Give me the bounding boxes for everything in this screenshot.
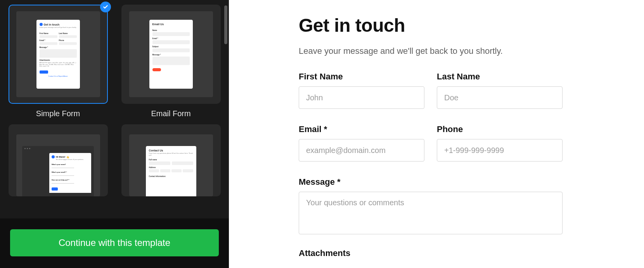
phone-label: Phone bbox=[437, 124, 563, 134]
last-name-input[interactable] bbox=[437, 86, 563, 109]
template-thumbnail: Contact Us If you have any questions ple… bbox=[121, 124, 221, 196]
template-thumbnail: Email Us Name Email * Subject Message * bbox=[121, 5, 221, 104]
continue-button[interactable]: Continue with this template bbox=[10, 229, 219, 256]
thumbnail-canvas: Get in touch Leave your message and we'l… bbox=[16, 11, 100, 97]
mini-preview-chat-form: Hi there!👋 We will be happy to answer al… bbox=[22, 146, 94, 196]
form-preview: Get in touch Leave your message and we'l… bbox=[299, 15, 563, 258]
templates-scroll-area[interactable]: Get in touch Leave your message and we'l… bbox=[0, 0, 229, 218]
mini-title: Get in touch bbox=[44, 23, 60, 26]
continue-bar: Continue with this template bbox=[0, 218, 229, 268]
thumbnail-canvas: Email Us Name Email * Subject Message * bbox=[129, 11, 213, 97]
message-label: Message * bbox=[299, 177, 563, 187]
email-input[interactable] bbox=[299, 139, 424, 161]
mini-preview-simple-form: Get in touch Leave your message and we'l… bbox=[36, 20, 80, 89]
last-name-label: Last Name bbox=[437, 72, 563, 82]
mini-sub: Leave your message and we'll get back to… bbox=[40, 27, 77, 29]
attachments-label: Attachments bbox=[299, 248, 563, 258]
email-label: Email * bbox=[299, 124, 424, 134]
form-subtitle: Leave your message and we'll get back to… bbox=[299, 46, 563, 56]
selected-check-icon bbox=[100, 2, 111, 12]
message-textarea[interactable] bbox=[299, 192, 563, 234]
template-thumbnail: Get in touch Leave your message and we'l… bbox=[9, 5, 108, 104]
first-name-input[interactable] bbox=[299, 86, 424, 109]
mini-preview-contact-us: Contact Us If you have any questions ple… bbox=[146, 146, 196, 196]
form-title: Get in touch bbox=[299, 15, 563, 36]
template-label: Email Form bbox=[151, 109, 190, 118]
mini-preview-email-form: Email Us Name Email * Subject Message * bbox=[149, 20, 193, 89]
template-picker-panel: Get in touch Leave your message and we'l… bbox=[0, 0, 229, 268]
template-thumbnail: Hi there!👋 We will be happy to answer al… bbox=[9, 124, 108, 196]
template-card-chat-form[interactable]: Hi there!👋 We will be happy to answer al… bbox=[6, 124, 110, 196]
template-label: Simple Form bbox=[36, 109, 80, 118]
thumbnail-canvas: Hi there!👋 We will be happy to answer al… bbox=[16, 134, 100, 196]
first-name-label: First Name bbox=[299, 72, 424, 82]
thumbnail-canvas: Contact Us If you have any questions ple… bbox=[129, 134, 213, 196]
phone-input[interactable] bbox=[437, 139, 563, 161]
template-card-contact-us[interactable]: Contact Us If you have any questions ple… bbox=[119, 124, 223, 196]
template-card-simple-form[interactable]: Get in touch Leave your message and we'l… bbox=[6, 5, 110, 118]
template-grid: Get in touch Leave your message and we'l… bbox=[3, 5, 226, 196]
form-preview-panel: Get in touch Leave your message and we'l… bbox=[229, 0, 644, 268]
template-card-email-form[interactable]: Email Us Name Email * Subject Message * bbox=[119, 5, 223, 118]
scrollbar-thumb[interactable] bbox=[224, 5, 227, 44]
